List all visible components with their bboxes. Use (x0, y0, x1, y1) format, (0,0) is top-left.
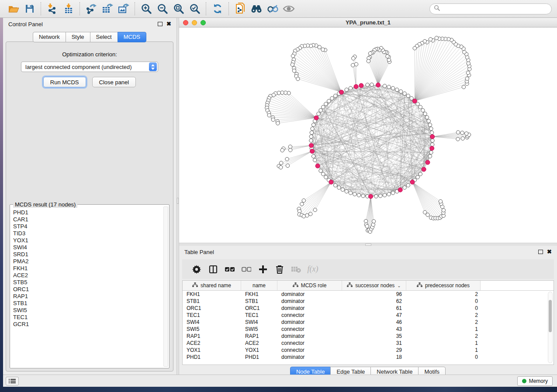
column-header-successor-nodes[interactable]: successor nodes⌄ (342, 281, 406, 290)
mcds-result-item[interactable]: SWI5 (11, 307, 163, 314)
mcds-result-item[interactable]: ACE2 (11, 272, 163, 279)
search-network-icon[interactable] (248, 2, 264, 16)
mcds-result-list[interactable]: PHD1CAR1STP4TID3YOX1SWI4SRD1PMA2FKH1ACE2… (11, 209, 163, 367)
network-file-icon[interactable] (232, 2, 248, 16)
float-window-icon[interactable] (158, 22, 163, 26)
table-panel: Table Panel ✖ f(x) shared namenameMCDS (179, 246, 557, 375)
zoom-selected-icon[interactable] (187, 2, 203, 16)
table-cell: 31 (342, 340, 406, 346)
close-traffic-light[interactable] (183, 20, 188, 25)
network-window-titlebar[interactable]: YPA_prune.txt_1 (179, 18, 557, 28)
function-builder-icon[interactable]: f(x) (304, 262, 321, 277)
table-row[interactable]: ACE2ACE2connector311 (183, 340, 554, 347)
open-folder-icon[interactable] (5, 2, 21, 16)
table-cell: dominator (277, 305, 342, 311)
mcds-result-item[interactable]: STB5 (11, 279, 163, 286)
tab-network[interactable]: Network (33, 32, 66, 42)
import-network-icon[interactable] (44, 2, 60, 16)
mcds-result-item[interactable]: CAR1 (11, 216, 163, 223)
network-canvas[interactable] (179, 28, 557, 242)
export-network-icon[interactable] (83, 2, 99, 16)
toolbar-separator (135, 2, 135, 15)
column-header-name[interactable]: name (241, 281, 277, 290)
table-cell: RAP1 (241, 333, 277, 339)
show-graphics-details-icon[interactable] (280, 2, 297, 16)
splitter-grip[interactable] (177, 198, 179, 204)
table-row[interactable]: ORC1ORC1dominator610 (183, 305, 554, 312)
mcds-result-item[interactable]: TID3 (11, 230, 163, 237)
select-all-icon[interactable] (221, 262, 238, 277)
mcds-result-item[interactable]: YOX1 (11, 237, 163, 244)
table-row[interactable]: YOX1YOX1connector291 (183, 347, 554, 354)
mcds-result-item[interactable]: TEC1 (11, 314, 163, 321)
mcds-hub-node (422, 167, 426, 172)
table-cell: dominator (277, 333, 342, 339)
search-input[interactable] (442, 6, 547, 12)
table-settings-gear-icon[interactable] (188, 262, 205, 277)
hide-graphics-details-icon[interactable] (264, 2, 280, 16)
table-cell: connector (277, 347, 342, 353)
float-window-icon[interactable] (538, 250, 543, 254)
import-table-icon[interactable] (60, 2, 76, 16)
mcds-list-scrollbar[interactable] (163, 206, 168, 367)
table-row[interactable]: FKH1FKH1dominator962 (183, 291, 554, 298)
show-column-icon[interactable] (205, 262, 221, 277)
tab-style[interactable]: Style (66, 32, 90, 42)
table-row[interactable]: STB1STB1dominator620 (183, 298, 554, 305)
toolbar-separator (41, 2, 41, 15)
mcds-result-item[interactable]: SRD1 (11, 251, 163, 258)
table-row[interactable]: PHD1PHD1dominator180 (183, 354, 554, 361)
table-cell: 96 (342, 291, 406, 297)
zoom-fit-icon[interactable] (170, 2, 187, 16)
tab-select[interactable]: Select (90, 32, 118, 42)
maximize-traffic-light[interactable] (201, 20, 206, 25)
table-cell: connector (277, 340, 342, 346)
horizontal-splitter[interactable] (179, 243, 557, 246)
table-cell: ACE2 (241, 340, 277, 346)
table-cell: STB1 (183, 298, 241, 304)
deselect-all-icon[interactable] (238, 262, 255, 277)
close-icon[interactable]: ✖ (166, 22, 171, 26)
criterion-dropdown[interactable]: largest connected component (undirected) (21, 62, 158, 72)
table-row[interactable]: RAP1RAP1dominator352 (183, 333, 554, 340)
tab-mcds[interactable]: MCDS (118, 32, 146, 42)
zoom-out-icon[interactable] (154, 2, 170, 16)
mcds-result-item[interactable]: GCR1 (11, 321, 163, 328)
table-row[interactable]: TEC1TEC1connector472 (183, 312, 554, 319)
export-table-icon[interactable] (99, 2, 115, 16)
table-scrollbar-thumb[interactable] (549, 300, 552, 332)
table-scrollbar[interactable] (548, 292, 553, 363)
delete-column-trash-icon[interactable] (271, 262, 288, 277)
search-field[interactable] (429, 3, 552, 14)
run-mcds-button[interactable]: Run MCDS (43, 77, 86, 87)
save-icon[interactable] (21, 2, 38, 16)
column-header-predecessor-nodes[interactable]: predecessor nodes (406, 281, 481, 290)
add-column-icon[interactable] (255, 262, 271, 277)
mcds-result-item[interactable]: STP4 (11, 223, 163, 230)
close-panel-button[interactable]: Close panel (92, 77, 136, 87)
refresh-icon[interactable] (209, 2, 225, 16)
attribute-tree-icon (417, 282, 422, 289)
task-history-button[interactable] (6, 377, 19, 385)
minimize-traffic-light[interactable] (192, 20, 197, 25)
mcds-result-item[interactable]: SWI4 (11, 244, 163, 251)
mcds-result-item[interactable]: RAP1 (11, 293, 163, 300)
table-cell: FKH1 (183, 291, 241, 297)
column-header-shared-name[interactable]: shared name (183, 281, 241, 290)
mcds-result-item[interactable]: PMA2 (11, 258, 163, 265)
zoom-in-icon[interactable] (138, 2, 154, 16)
mcds-result-item[interactable]: PHD1 (11, 209, 163, 216)
desktop-wallpaper-left (0, 18, 3, 387)
mcds-result-item[interactable]: ORC1 (11, 286, 163, 293)
table-row[interactable]: SWI5SWI5connector431 (183, 326, 554, 333)
search-icon (434, 5, 440, 13)
toolbar-separator (80, 2, 80, 15)
delete-table-icon[interactable] (288, 262, 304, 277)
mcds-result-item[interactable]: STB1 (11, 300, 163, 307)
close-icon[interactable]: ✖ (547, 250, 552, 254)
export-image-icon[interactable] (115, 2, 131, 16)
mcds-result-item[interactable]: FKH1 (11, 265, 163, 272)
memory-button[interactable]: Memory (517, 376, 553, 386)
column-header-MCDS-role[interactable]: MCDS role (277, 281, 342, 290)
table-row[interactable]: SWI4SWI4dominator462 (183, 319, 554, 326)
